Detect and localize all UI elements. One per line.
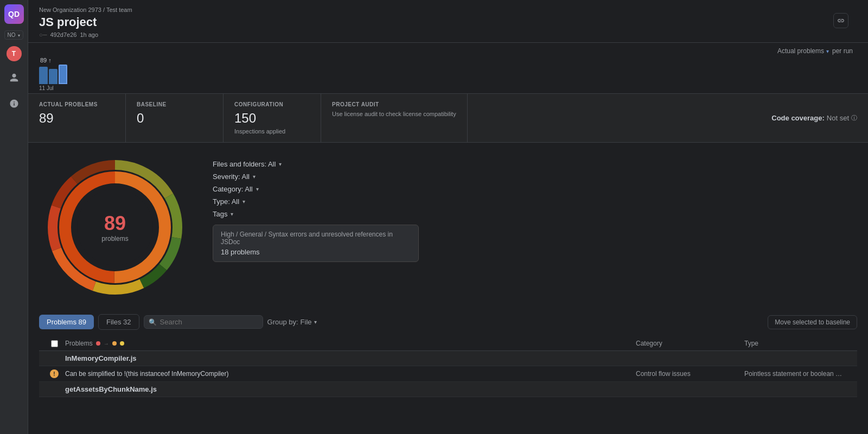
table-header: Problems → Category Type (39, 336, 857, 351)
sidebar-icon-person[interactable] (4, 68, 24, 87)
sidebar: QD NO ▾ T (0, 0, 28, 434)
donut-chart: 89 problems (39, 151, 191, 303)
connect-button[interactable] (833, 13, 848, 28)
code-coverage-value: Not set (827, 114, 849, 122)
donut-number: 89 (101, 212, 128, 235)
problem-category: Control flow issues (636, 370, 744, 378)
org-badge[interactable]: NO ▾ (4, 30, 24, 40)
chart-bar-active (59, 65, 67, 84)
stat-configuration: CONFIGURATION 150 Inspections applied (224, 94, 321, 142)
chart-controls: Actual problems ▾ per run (39, 47, 857, 55)
severity-dot-red (96, 341, 100, 346)
table-row[interactable]: ! Can be simplified to !(this instanceof… (39, 366, 857, 382)
search-icon: 🔍 (149, 318, 157, 326)
select-all-checkbox-cell[interactable] (43, 340, 65, 347)
file-group: InMemoryCompiler.js (39, 351, 857, 366)
group-by-value: File (301, 318, 312, 326)
donut-center: 89 problems (101, 212, 128, 242)
problem-description: Can be simplified to !(this instanceof I… (65, 370, 636, 378)
donut-label: problems (101, 235, 128, 242)
filter-category[interactable]: Category: All ▾ (213, 185, 419, 193)
breadcrumb: New Organization 2973 / Test team (39, 7, 857, 13)
severity-dot-orange (112, 341, 117, 346)
chart-area: Actual problems ▾ per run 89 ↑ 11 Jul (28, 43, 868, 94)
select-all-checkbox[interactable] (51, 340, 58, 347)
logo-text: QD (8, 10, 20, 18)
group-by-control[interactable]: Group by: File ▾ (267, 318, 317, 326)
problems-table: Problems → Category Type InMemoryCompile… (39, 336, 857, 397)
file-group: getAssetsByChunkName.js (39, 382, 857, 397)
content-area: 89 problems Files and folders: All ▾ Sev… (28, 143, 868, 434)
severity-dot-yellow (120, 341, 124, 346)
project-audit-desc: Use license audit to check license compa… (332, 111, 456, 117)
stat-project-audit: PROJECT AUDIT Use license audit to check… (321, 94, 468, 142)
per-run-label: per run (832, 47, 853, 55)
move-baseline-button[interactable]: Move selected to baseline (768, 315, 857, 329)
avatar[interactable]: T (7, 46, 22, 61)
stats-row: ACTUAL PROBLEMS 89 BASELINE 0 CONFIGURAT… (28, 94, 868, 143)
tooltip-count: 18 problems (221, 248, 411, 256)
search-input[interactable] (160, 318, 258, 326)
filters: Files and folders: All ▾ Severity: All ▾… (213, 160, 419, 218)
group-by-label: Group by: (267, 318, 298, 326)
main-content: New Organization 2973 / Test team JS pro… (28, 0, 868, 434)
actual-problems-stat-value: 89 (39, 111, 114, 126)
filters-panel: Files and folders: All ▾ Severity: All ▾… (213, 151, 419, 262)
tabs-bar: Problems 89 Files 32 🔍 Group by: File ▾ … (39, 314, 857, 330)
col-header-problems: Problems → (65, 340, 636, 347)
chevron-down-icon: ▾ (253, 174, 256, 180)
stat-actual-problems: ACTUAL PROBLEMS 89 (28, 94, 126, 142)
tooltip-title: High / General / Syntax errors and unres… (221, 231, 411, 246)
problem-type: Pointless statement or boolean … (744, 370, 853, 378)
commit-hash: 492d7e26 (50, 31, 76, 38)
col-header-type: Type (744, 340, 853, 347)
chart-value-label: 89 ↑ (40, 57, 52, 63)
project-title: JS project (39, 15, 857, 29)
tooltip-box: High / General / Syntax errors and unres… (213, 225, 419, 262)
chart-x-label: 11 Jul (39, 85, 857, 91)
actual-problems-stat-label: ACTUAL PROBLEMS (39, 101, 114, 107)
chevron-down-icon: ▾ (231, 211, 233, 217)
analysis-row: 89 problems Files and folders: All ▾ Sev… (39, 151, 857, 303)
filename: InMemoryCompiler.js (65, 354, 853, 362)
chevron-down-icon: ▾ (242, 199, 245, 205)
row-checkbox-cell[interactable]: ! (43, 369, 65, 378)
chevron-down-icon: ▾ (256, 186, 259, 192)
actual-problems-label[interactable]: Actual problems (777, 47, 824, 55)
chevron-down-icon: ▾ (314, 319, 317, 325)
baseline-stat-value: 0 (137, 111, 212, 126)
project-audit-label: PROJECT AUDIT (332, 101, 456, 107)
commit-time: 1h ago (80, 31, 98, 38)
filter-severity[interactable]: Severity: All ▾ (213, 173, 419, 181)
filter-tags[interactable]: Tags ▾ (213, 210, 419, 218)
code-coverage-info-icon[interactable]: ⓘ (851, 114, 857, 122)
baseline-stat-label: BASELINE (137, 101, 212, 107)
configuration-stat-label: CONFIGURATION (234, 101, 310, 107)
stat-baseline: BASELINE 0 (126, 94, 224, 142)
search-box[interactable]: 🔍 (144, 315, 263, 329)
configuration-stat-sub: Inspections applied (234, 128, 310, 135)
filter-files-folders[interactable]: Files and folders: All ▾ (213, 160, 419, 168)
tab-files[interactable]: Files 32 (98, 314, 139, 330)
header: New Organization 2973 / Test team JS pro… (28, 0, 868, 43)
filter-type[interactable]: Type: All ▾ (213, 197, 419, 206)
chart-bar (39, 67, 48, 84)
col-header-category: Category (636, 340, 744, 347)
tab-problems[interactable]: Problems 89 (39, 315, 94, 329)
warning-icon: ! (50, 369, 59, 378)
filename: getAssetsByChunkName.js (65, 385, 853, 393)
commit-info: ○─ 492d7e26 1h ago (39, 31, 857, 38)
chevron-down-icon: ▾ (279, 161, 282, 167)
app-logo[interactable]: QD (4, 4, 24, 24)
configuration-stat-value: 150 (234, 111, 310, 126)
code-coverage: Code coverage: Not set ⓘ (468, 94, 868, 142)
chart-bar (49, 69, 58, 84)
sidebar-icon-info[interactable] (4, 94, 24, 113)
